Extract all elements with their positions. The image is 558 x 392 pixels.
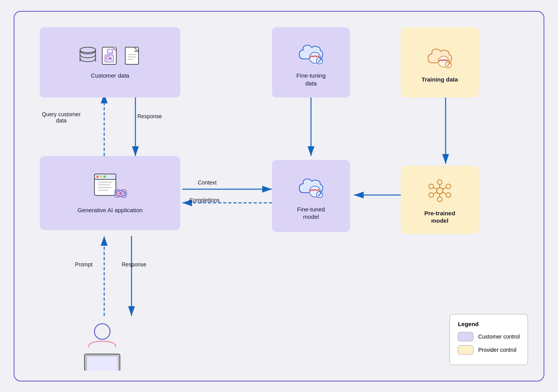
response-top-label: Response bbox=[137, 113, 162, 119]
customer-data-label: Customer data bbox=[91, 72, 129, 80]
customer-data-icons bbox=[77, 45, 143, 69]
svg-point-50 bbox=[437, 180, 442, 184]
finetuning-data-label: Fine-tuningdata bbox=[296, 72, 325, 87]
context-label: Context bbox=[198, 179, 217, 186]
user-laptop-icon bbox=[77, 320, 135, 371]
svg-line-61 bbox=[442, 192, 446, 194]
database-icon bbox=[77, 45, 99, 69]
pretrained-model-label: Pre-trainedmodel bbox=[424, 209, 455, 225]
document-icon bbox=[123, 45, 143, 69]
main-diagram-container: Customer data Fine-tuningdata Training d… bbox=[14, 11, 544, 381]
svg-point-55 bbox=[446, 193, 451, 197]
prompt-label: Prompt bbox=[75, 261, 92, 268]
legend-item-customer: Customer control bbox=[458, 332, 520, 341]
completions-label: Completions bbox=[189, 197, 220, 203]
svg-line-59 bbox=[442, 188, 446, 189]
finetuned-model-icon bbox=[295, 171, 327, 202]
legend-item-provider: Provider control bbox=[458, 345, 520, 355]
finetuned-model-box: Fine-tunedmodel bbox=[272, 160, 350, 232]
svg-point-35 bbox=[100, 176, 102, 178]
gen-ai-app-box: Generative AI application bbox=[40, 156, 180, 230]
query-customer-data-label: Query customer data bbox=[40, 111, 83, 124]
legend-title: Legend bbox=[458, 321, 520, 327]
svg-point-48 bbox=[320, 192, 322, 194]
training-data-icon bbox=[424, 41, 455, 73]
finetuned-model-label: Fine-tunedmodel bbox=[297, 206, 325, 221]
svg-point-31 bbox=[449, 62, 450, 64]
pretrained-model-box: Pre-trainedmodel bbox=[401, 166, 479, 234]
svg-point-49 bbox=[437, 188, 443, 194]
finetuning-data-icon bbox=[295, 37, 327, 69]
finetuning-data-box: Fine-tuningdata bbox=[272, 27, 350, 98]
svg-line-60 bbox=[434, 192, 437, 194]
legend-label-customer: Customer control bbox=[478, 333, 520, 340]
legend-swatch-customer bbox=[458, 332, 473, 341]
svg-rect-64 bbox=[86, 356, 118, 371]
gen-ai-app-icon bbox=[92, 172, 128, 203]
svg-point-54 bbox=[429, 193, 434, 197]
svg-line-58 bbox=[434, 188, 437, 189]
svg-point-34 bbox=[96, 176, 99, 178]
svg-point-62 bbox=[94, 324, 110, 339]
svg-point-44 bbox=[119, 192, 122, 195]
media-file-icon bbox=[100, 45, 122, 69]
training-data-box: Training data bbox=[401, 27, 479, 98]
svg-point-52 bbox=[429, 184, 434, 189]
legend-swatch-provider bbox=[458, 345, 473, 355]
legend-container: Legend Customer control Provider control bbox=[450, 314, 528, 365]
customer-data-box: Customer data bbox=[40, 27, 180, 98]
response-bottom-label: Response bbox=[122, 261, 146, 268]
user-icon-container bbox=[67, 320, 145, 372]
svg-point-12 bbox=[80, 47, 96, 53]
svg-point-27 bbox=[320, 59, 322, 60]
gen-ai-app-label: Generative AI application bbox=[78, 206, 143, 214]
pretrained-model-icon bbox=[424, 175, 455, 206]
training-data-label: Training data bbox=[421, 76, 458, 83]
legend-label-provider: Provider control bbox=[478, 347, 516, 353]
svg-point-53 bbox=[446, 184, 451, 189]
svg-point-36 bbox=[103, 176, 106, 178]
svg-point-51 bbox=[437, 197, 442, 202]
